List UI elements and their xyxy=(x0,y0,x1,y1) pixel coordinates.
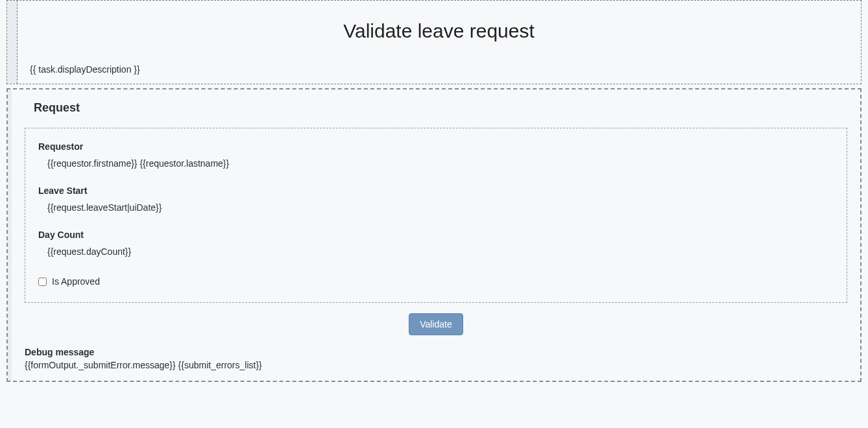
debug-text: {{formOutput._submitError.message}} {{su… xyxy=(25,360,847,370)
requestor-value: {{requestor.firstname}} {{requestor.last… xyxy=(38,158,834,169)
request-details-box: Requestor {{requestor.firstname}} {{requ… xyxy=(25,128,847,303)
daycount-value: {{request.dayCount}} xyxy=(38,246,834,257)
is-approved-label: Is Approved xyxy=(52,276,100,287)
header-panel: Validate leave request {{ task.displayDe… xyxy=(6,0,862,84)
validate-button[interactable]: Validate xyxy=(409,313,463,335)
page-title: Validate leave request xyxy=(30,20,848,42)
debug-label: Debug message xyxy=(25,347,847,357)
page-root: Validate leave request {{ task.displayDe… xyxy=(0,0,868,388)
leavestart-value: {{request.leaveStart|uiDate}} xyxy=(38,202,834,213)
is-approved-checkbox[interactable] xyxy=(38,278,47,286)
task-description: {{ task.displayDescription }} xyxy=(30,64,848,75)
request-heading: Request xyxy=(34,101,847,115)
requestor-label: Requestor xyxy=(38,141,834,152)
is-approved-row[interactable]: Is Approved xyxy=(38,276,834,287)
leavestart-label: Leave Start xyxy=(38,185,834,196)
daycount-label: Day Count xyxy=(38,230,834,240)
main-panel: Request Requestor {{requestor.firstname}… xyxy=(6,88,862,382)
button-row: Validate xyxy=(25,313,847,335)
